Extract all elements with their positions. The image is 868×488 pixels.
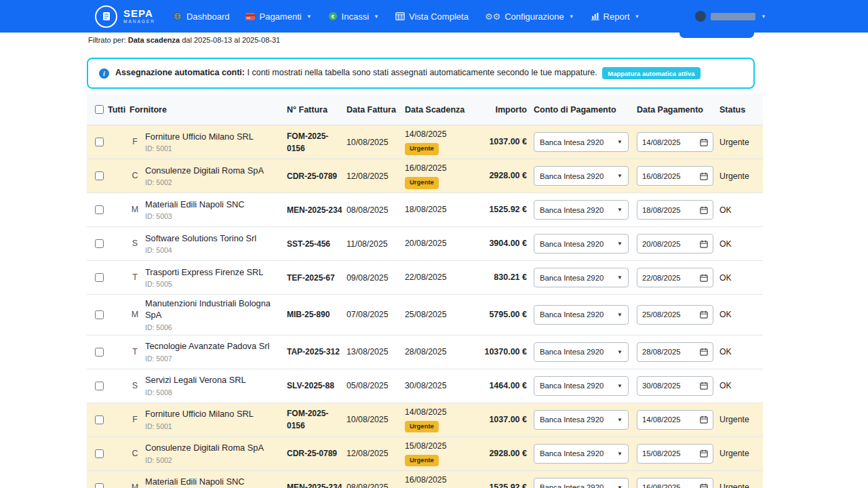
payment-account-select[interactable]: Banca Intesa 2920 ▼ [534,342,629,362]
payment-date-value: 14/08/2025 [642,415,681,424]
table-header: Tutti Fornitore N° Fattura Data Fattura … [87,94,763,125]
payment-date-input[interactable]: 25/08/2025 [637,305,713,325]
row-checkbox[interactable] [95,138,104,146]
payment-date-input[interactable]: 14/08/2025 [637,132,713,152]
gears-icon: ⚙⚙ [485,12,500,21]
nav-report[interactable]: Report ▼ [591,12,640,22]
nav-label: Vista Completa [409,12,469,22]
payment-date-input[interactable]: 22/08/2025 [637,268,713,287]
payment-date-input[interactable]: 14/08/2025 [637,410,713,430]
table-row: T Trasporti Express Firenze SRL ID: 5005… [87,261,763,295]
row-checkbox[interactable] [95,483,104,488]
payment-date-input[interactable]: 16/08/2025 [637,478,713,488]
payment-date-input[interactable]: 28/08/2025 [637,342,713,362]
nav-vista-completa[interactable]: Vista Completa [395,12,469,22]
payment-account-select[interactable]: Banca Intesa 2920 ▼ [534,444,629,464]
info-icon: i [99,68,109,79]
payment-date-input[interactable]: 30/08/2025 [637,376,713,396]
col-fornitore: Fornitore [125,105,287,115]
supplier-id: ID: 5002 [145,178,264,186]
brand[interactable]: SEPA MANAGER [95,5,155,28]
filter-field: Data scadenza [128,36,180,44]
col-tutti: Tutti [108,105,125,115]
chevron-down-icon: ▼ [617,383,623,389]
supplier-id: ID: 5003 [145,212,245,220]
urgent-badge: Urgente [405,143,439,155]
supplier-id: ID: 5006 [145,323,281,331]
table-row: T Tecnologie Avanzate Padova Srl ID: 500… [87,336,763,369]
payment-account-select[interactable]: Banca Intesa 2920 ▼ [534,200,629,220]
amount: 2928.00 € [472,447,534,460]
row-checkbox[interactable] [95,382,104,390]
table-icon [395,12,405,20]
invoice-number: CDR-25-0789 [287,170,347,182]
payment-account-select[interactable]: Banca Intesa 2920 ▼ [534,376,629,396]
invoice-date: 07/08/2025 [347,310,405,319]
payment-account-select[interactable]: Banca Intesa 2920 ▼ [534,166,629,186]
amount: 10370.00 € [472,346,534,358]
payment-account-select[interactable]: Banca Intesa 2920 ▼ [534,410,629,430]
invoice-date: 09/08/2025 [347,273,405,283]
user-menu[interactable]: ▼ [695,11,766,22]
row-checkbox[interactable] [95,415,104,424]
row-checkbox[interactable] [95,449,104,458]
nav-label: Dashboard [186,12,230,22]
payment-account-value: Banca Intesa 2920 [540,138,604,146]
nav-incassi[interactable]: € Incassi ▼ [328,12,379,22]
row-checkbox[interactable] [95,171,104,180]
row-checkbox[interactable] [95,273,104,282]
status-text: Urgente [719,138,763,147]
col-data-fattura: Data Fattura [347,105,405,115]
invoice-number: MEN-2025-234 [287,481,347,488]
nav-pagamenti[interactable]: Pagamenti ▼ [245,12,311,22]
nav-configurazione[interactable]: ⚙⚙ Configurazione ▼ [485,12,574,22]
supplier-name: Consulenze Digitali Roma SpA [145,443,264,454]
row-checkbox[interactable] [95,239,104,248]
table-row: S Servizi Legali Verona SRL ID: 5008 SLV… [87,369,763,403]
payment-date-value: 16/08/2025 [642,172,681,180]
col-data-scadenza: Data Scadenza [405,105,472,115]
payment-account-select[interactable]: Banca Intesa 2920 ▼ [534,305,629,325]
amount: 1037.00 € [472,136,534,148]
payment-date-value: 20/08/2025 [642,240,681,248]
row-checkbox[interactable] [95,310,104,319]
table-row: F Forniture Ufficio Milano SRL ID: 5001 … [87,125,763,159]
chevron-down-icon: ▼ [307,14,312,20]
chart-icon [591,12,599,20]
payment-account-select[interactable]: Banca Intesa 2920 ▼ [534,132,629,152]
status-text: Urgente [719,483,763,488]
payment-date-input[interactable]: 16/08/2025 [637,166,713,186]
payment-account-select[interactable]: Banca Intesa 2920 ▼ [534,268,629,287]
chevron-down-icon: ▼ [617,451,623,457]
invoice-number: FOM-2025-0156 [287,407,347,432]
payment-date-input[interactable]: 15/08/2025 [637,444,713,464]
payment-account-value: Banca Intesa 2920 [540,483,604,488]
payment-date-value: 28/08/2025 [642,348,681,356]
supplier-id: ID: 5004 [145,246,256,254]
supplier-avatar: M [130,310,140,319]
filter-range: dal 2025-08-13 al 2025-08-31 [182,36,280,44]
chevron-down-icon: ▼ [569,14,574,20]
amount: 830.21 € [472,271,534,283]
supplier-id: ID: 5008 [145,388,246,396]
amount: 2928.00 € [472,169,534,182]
alert-title: Assegnazione automatica conti: [115,68,245,77]
payment-date-input[interactable]: 20/08/2025 [637,234,713,253]
due-date: 18/08/2025 [405,204,467,216]
nav-dashboard[interactable]: Dashboard [173,12,230,22]
payment-account-select[interactable]: Banca Intesa 2920 ▼ [534,478,629,488]
row-checkbox[interactable] [95,205,104,214]
row-checkbox[interactable] [95,348,104,357]
table-row: C Consulenze Digitali Roma SpA ID: 5002 … [87,437,763,471]
payment-account-value: Banca Intesa 2920 [540,382,604,390]
payment-account-select[interactable]: Banca Intesa 2920 ▼ [534,234,629,253]
payments-card-icon [245,13,255,20]
payment-date-input[interactable]: 18/08/2025 [637,200,713,220]
user-name-redacted [711,13,755,20]
due-date: 15/08/2025 [405,441,467,452]
invoice-date: 05/08/2025 [347,381,405,390]
invoice-date: 12/08/2025 [347,171,405,181]
invoice-number: MEN-2025-234 [287,204,347,216]
status-text: OK [719,239,763,249]
select-all-checkbox[interactable] [95,105,104,114]
